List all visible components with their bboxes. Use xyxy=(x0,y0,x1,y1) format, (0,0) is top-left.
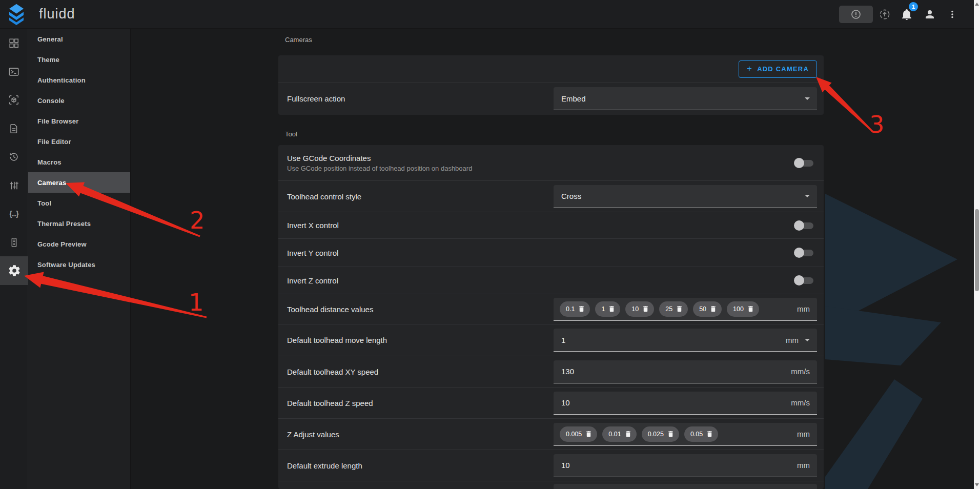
z-adjust-values-label: Z Adjust values xyxy=(278,430,554,439)
value-chip[interactable]: 0.05 xyxy=(684,426,718,442)
delete-icon[interactable] xyxy=(747,305,754,313)
add-camera-label: ADD CAMERA xyxy=(757,65,809,73)
menu-item-gcode-preview[interactable]: Gcode Preview xyxy=(28,234,130,254)
unit-label: mm xyxy=(797,430,810,438)
xy-speed-value: 130 xyxy=(561,367,791,376)
account-icon[interactable] xyxy=(924,8,936,21)
notification-badge: 1 xyxy=(909,2,918,11)
default-toolhead-xy-speed-label: Default toolhead XY speed xyxy=(278,368,554,376)
unit-label: mm/s xyxy=(791,367,810,376)
invert-y-toggle[interactable] xyxy=(794,248,813,258)
delete-icon[interactable] xyxy=(709,305,717,313)
macros-glyph: {...} xyxy=(9,210,18,218)
delete-icon[interactable] xyxy=(608,305,616,313)
history-icon[interactable] xyxy=(8,151,19,162)
menu-item-console[interactable]: Console xyxy=(28,90,130,111)
z-adjust-values-field[interactable]: 0.005 0.01 0.025 0.05 mm xyxy=(554,423,817,446)
default-extrude-length-input[interactable]: 10 mm xyxy=(554,454,817,477)
delete-icon[interactable] xyxy=(706,430,713,438)
menu-item-software-updates[interactable]: Software Updates xyxy=(28,254,130,275)
console-icon[interactable] xyxy=(8,66,19,77)
scrollbar-thumb[interactable] xyxy=(975,209,979,291)
menu-item-file-editor[interactable]: File Editor xyxy=(28,131,130,152)
unit-label: mm xyxy=(797,304,810,313)
plus-icon: + xyxy=(747,64,752,74)
menu-item-general[interactable]: General xyxy=(28,29,130,49)
toolhead-control-style-select[interactable]: Cross xyxy=(554,185,817,208)
system-host-icon[interactable] xyxy=(8,237,19,248)
value-chip[interactable]: 0.01 xyxy=(602,426,636,442)
value-chip[interactable]: 10 xyxy=(625,301,654,317)
delete-icon[interactable] xyxy=(624,430,632,438)
invert-x-row: Invert X control xyxy=(278,212,824,238)
menu-item-macros[interactable]: Macros xyxy=(28,152,130,172)
fluidd-logo-icon[interactable] xyxy=(7,4,26,25)
fullscreen-action-row: Fullscreen action Embed xyxy=(278,83,824,114)
value-chip[interactable]: 0.005 xyxy=(560,426,597,442)
settings-menu: General Theme Authentication Console Fil… xyxy=(28,29,131,489)
use-gcode-coordinates-row: Use GCode Coordinates Use GCode position… xyxy=(278,145,824,180)
default-extrude-length-row: Default extrude length 10 mm xyxy=(278,450,824,481)
menu-item-thermal-presets[interactable]: Thermal Presets xyxy=(28,213,130,234)
default-toolhead-move-length-input[interactable]: 1 mm xyxy=(554,329,817,352)
scroll-down-arrow-icon[interactable] xyxy=(975,483,979,486)
settings-gear-tile[interactable] xyxy=(0,256,28,285)
value-chip[interactable]: 50 xyxy=(693,301,722,317)
settings-gear-icon xyxy=(8,264,21,277)
value-chip[interactable]: 1 xyxy=(595,301,620,317)
invert-z-toggle[interactable] xyxy=(794,275,813,286)
macros-icon[interactable]: {...} xyxy=(8,208,19,219)
background-logo-watermark xyxy=(824,154,974,489)
chevron-down-icon xyxy=(805,97,810,100)
chevron-down-icon xyxy=(805,195,810,197)
value-chip[interactable]: 0.1 xyxy=(560,301,590,317)
add-camera-button[interactable]: + ADD CAMERA xyxy=(739,60,817,78)
default-toolhead-xy-speed-input[interactable]: 130 mm/s xyxy=(554,360,817,383)
toolhead-distance-values-field[interactable]: 0.1 1 10 25 50 100 mm xyxy=(554,298,817,321)
delete-icon[interactable] xyxy=(667,430,675,438)
menu-item-cameras[interactable]: Cameras xyxy=(28,172,130,193)
emergency-stop-button[interactable] xyxy=(839,6,873,23)
menu-item-authentication[interactable]: Authentication xyxy=(28,70,130,90)
scroll-up-arrow-icon[interactable] xyxy=(975,3,979,6)
invert-x-label: Invert X control xyxy=(278,221,794,230)
page-scrollbar[interactable] xyxy=(974,0,980,489)
value-chip[interactable]: 100 xyxy=(727,301,759,317)
default-toolhead-z-speed-label: Default toolhead Z speed xyxy=(278,399,554,408)
delete-icon[interactable] xyxy=(642,305,649,313)
add-camera-row: + ADD CAMERA xyxy=(278,55,824,83)
tool-card: Use GCode Coordinates Use GCode position… xyxy=(278,145,824,489)
cameras-card: + ADD CAMERA Fullscreen action Embed xyxy=(278,55,824,115)
dashboard-icon[interactable] xyxy=(8,37,19,49)
chevron-down-icon xyxy=(805,339,810,341)
kebab-menu-icon[interactable] xyxy=(946,8,958,21)
use-gcode-coordinates-toggle[interactable] xyxy=(794,158,813,168)
toolhead-distance-values-label: Toolhead distance values xyxy=(278,305,554,314)
invert-y-label: Invert Y control xyxy=(278,249,794,257)
invert-x-toggle[interactable] xyxy=(794,220,813,231)
value-chip[interactable]: 0.025 xyxy=(642,426,679,442)
delete-icon[interactable] xyxy=(585,430,593,438)
default-toolhead-z-speed-input[interactable]: 10 mm/s xyxy=(554,392,817,415)
fullscreen-action-value: Embed xyxy=(561,94,799,103)
partial-next-row xyxy=(278,481,824,489)
delete-icon[interactable] xyxy=(578,305,585,313)
tool-section-header: Tool xyxy=(285,130,297,138)
update-status-icon[interactable] xyxy=(879,8,891,21)
toolhead-control-style-value: Cross xyxy=(561,192,799,200)
menu-item-file-browser[interactable]: File Browser xyxy=(28,111,130,131)
z-adjust-values-row: Z Adjust values 0.005 0.01 0.025 0.05 mm xyxy=(278,418,824,450)
invert-z-label: Invert Z control xyxy=(278,276,794,285)
delete-icon[interactable] xyxy=(676,305,683,313)
menu-item-theme[interactable]: Theme xyxy=(28,49,130,70)
value-chip[interactable]: 25 xyxy=(659,301,688,317)
tune-icon[interactable] xyxy=(8,180,19,191)
gcode-preview-rail-icon[interactable] xyxy=(8,94,19,106)
cameras-section-header: Cameras xyxy=(285,36,312,44)
jobs-file-icon[interactable] xyxy=(8,123,19,134)
toolhead-control-style-row: Toolhead control style Cross xyxy=(278,180,824,212)
default-extrude-length-label: Default extrude length xyxy=(278,461,554,470)
menu-item-tool[interactable]: Tool xyxy=(28,193,130,213)
app-bar: fluidd 1 xyxy=(0,0,974,29)
fullscreen-action-select[interactable]: Embed xyxy=(554,87,817,110)
